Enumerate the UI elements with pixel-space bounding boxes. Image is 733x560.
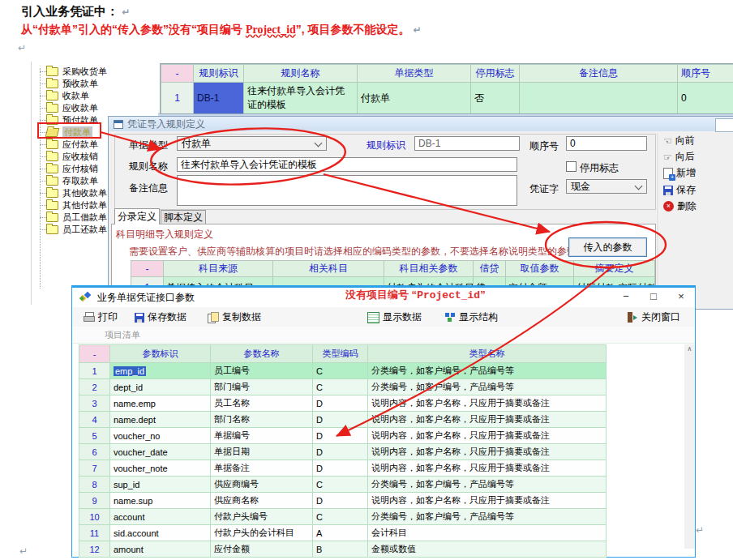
type-name-cell[interactable]: 分类编号，如客户编号，产品编号等 [368, 477, 607, 493]
window-control-partial[interactable] [715, 118, 733, 132]
rule-id-cell[interactable]: DB-1 [194, 83, 244, 114]
forward-button[interactable]: ☜向前 [663, 134, 695, 147]
type-name-cell[interactable]: 分类编号，如客户编号，产品编号等 [368, 379, 607, 395]
type-code-cell[interactable]: D [313, 428, 368, 444]
table-row[interactable]: 4 name.dept 部门名称 D 说明内容，如客户名称，只应用于摘要或备注 [79, 412, 607, 428]
row-number-cell[interactable]: 8 [79, 477, 110, 493]
type-code-cell[interactable]: C [313, 379, 368, 395]
param-id-cell[interactable]: name.emp [110, 395, 211, 412]
row-number-cell[interactable]: 10 [79, 509, 110, 525]
tree-item[interactable]: 预收款单 [32, 78, 160, 90]
type-name-cell[interactable]: 说明内容，如客户名称，只应用于摘要或备注 [368, 460, 607, 477]
param-id-cell[interactable]: amount [110, 541, 211, 558]
type-name-cell[interactable]: 会计科目 [368, 525, 607, 541]
param-name-cell[interactable]: 部门名称 [211, 412, 313, 428]
dialog-titlebar[interactable]: 凭证导入规则定义 [109, 117, 733, 131]
param-name-cell[interactable]: 应付金额 [211, 541, 313, 558]
type-name-cell[interactable]: 分类编号，如客户编号，产品编号等 [368, 509, 607, 525]
tree-item[interactable]: 应收款单 [32, 102, 160, 114]
param-id-cell[interactable]: dept_id [110, 379, 211, 395]
disabled-flag-cell[interactable]: 否 [471, 83, 520, 114]
close-button[interactable]: × [672, 289, 690, 304]
param-name-cell[interactable]: 单据日期 [211, 444, 313, 460]
type-name-cell[interactable]: 说明内容，如客户名称，只应用于摘要或备注 [368, 493, 607, 509]
row-number-cell[interactable]: 4 [79, 412, 110, 428]
save-button[interactable]: 保存 [663, 183, 696, 197]
tab-item-list[interactable]: 项目清单 [105, 330, 140, 340]
table-row[interactable]: 8 sup_id 供应商编号 C 分类编号，如客户编号，产品编号等 [79, 477, 607, 493]
rule-id-field[interactable] [414, 136, 520, 151]
table-row[interactable]: 3 name.emp 员工名称 D 说明内容，如客户名称，只应用于摘要或备注 [79, 395, 607, 412]
table-row[interactable]: 9 name.sup 供应商名称 D 说明内容，如客户名称，只应用于摘要或备注 [79, 493, 607, 509]
close-window-button[interactable]: 关闭窗口 [627, 310, 680, 324]
param-id-cell[interactable]: voucher_note [110, 460, 211, 477]
param-name-cell[interactable]: 供应商编号 [211, 477, 313, 493]
type-code-cell[interactable]: C [313, 477, 368, 493]
type-code-cell[interactable]: B [313, 541, 368, 558]
type-name-cell[interactable]: 说明内容，如客户名称，只应用于摘要或备注 [368, 395, 607, 412]
param-id-cell[interactable]: name.dept [110, 412, 211, 428]
maximize-button[interactable]: □ [645, 289, 662, 304]
row-number-cell[interactable]: 11 [79, 525, 110, 541]
row-number-cell[interactable]: 9 [79, 493, 110, 509]
type-code-cell[interactable]: C [313, 509, 368, 525]
param-id-cell[interactable]: name.sup [110, 493, 211, 509]
doc-type-cell[interactable]: 付款单 [358, 83, 471, 114]
disable-checkbox[interactable] [566, 161, 577, 172]
param-name-cell[interactable]: 员工编号 [211, 363, 313, 379]
table-row[interactable]: 6 voucher_date 单据日期 D 说明内容，如客户名称，只应用于摘要或… [79, 444, 607, 460]
table-row[interactable]: 1 DB-1 往来付款单导入会计凭证的模板 付款单 否 0 [161, 83, 733, 114]
backward-button[interactable]: ☞向后 [663, 150, 695, 164]
param-id-cell[interactable]: sup_id [110, 477, 211, 493]
print-button[interactable]: 打印 [84, 310, 118, 324]
type-code-cell[interactable]: D [313, 444, 368, 460]
note-cell[interactable] [520, 83, 678, 114]
copy-data-button[interactable]: 复制数据 [208, 310, 261, 324]
tab-script-definition[interactable]: 脚本定义 [161, 210, 206, 224]
row-number-cell[interactable]: 2 [79, 379, 110, 395]
show-data-button[interactable]: 显示数据 [367, 310, 422, 324]
param-name-cell[interactable]: 员工名称 [211, 395, 313, 412]
type-name-cell[interactable]: 金额或数值 [368, 541, 607, 558]
type-name-cell[interactable]: 说明内容，如客户名称，只应用于摘要或备注 [368, 412, 607, 428]
save-data-button[interactable]: 保存数据 [135, 310, 186, 324]
type-code-cell[interactable]: A [313, 525, 368, 541]
type-code-cell[interactable]: D [313, 412, 368, 428]
tree-item[interactable]: 采购收货单 [32, 66, 160, 78]
type-code-cell[interactable]: D [313, 460, 368, 477]
param-name-cell[interactable]: 单据编号 [211, 428, 313, 444]
row-number-cell[interactable]: 7 [79, 460, 110, 477]
param-name-cell[interactable]: 付款户头编号 [211, 509, 313, 525]
tab-entry-definition[interactable]: 分录定义 [114, 208, 160, 224]
row-number-cell[interactable]: 3 [79, 395, 110, 412]
type-name-cell[interactable]: 分类编号，如客户编号，产品编号等 [368, 363, 607, 379]
row-number-cell[interactable]: 1 [79, 363, 110, 379]
param-id-cell[interactable]: sid.account [110, 525, 211, 541]
param-id-cell[interactable]: emp_id [110, 363, 211, 379]
row-number-cell[interactable]: 12 [79, 541, 110, 558]
order-field[interactable] [566, 136, 647, 151]
type-code-cell[interactable]: D [313, 395, 368, 412]
order-cell[interactable]: 0 [678, 83, 733, 114]
param-name-cell[interactable]: 付款户头的会计科目 [211, 525, 313, 541]
delete-button[interactable]: ×删除 [663, 199, 697, 213]
param-name-cell[interactable]: 供应商名称 [211, 493, 313, 509]
voucher-word-combobox[interactable]: 现金 [566, 179, 647, 194]
table-row[interactable]: 12 amount 应付金额 B 金额或数值 [79, 541, 607, 558]
show-structure-button[interactable]: 显示结构 [444, 310, 498, 324]
type-name-cell[interactable]: 说明内容，如客户名称，只应用于摘要或备注 [368, 444, 607, 460]
table-row[interactable]: 7 voucher_note 单据备注 D 说明内容，如客户名称，只应用于摘要或… [79, 460, 607, 477]
param-id-cell[interactable]: account [110, 509, 211, 525]
minimize-button[interactable]: − [617, 289, 635, 304]
vertical-scrollbar[interactable]: ∧ [684, 344, 695, 549]
param-name-cell[interactable]: 部门编号 [211, 379, 313, 395]
type-name-cell[interactable]: 说明内容，如客户名称，只应用于摘要或备注 [368, 428, 607, 444]
rule-name-field[interactable] [177, 157, 517, 172]
param-id-cell[interactable]: voucher_date [110, 444, 211, 460]
table-row[interactable]: 10 account 付款户头编号 C 分类编号，如客户编号，产品编号等 [79, 509, 607, 525]
add-button[interactable]: 新增 [663, 166, 696, 180]
doc-type-combobox[interactable]: 付款单 [177, 136, 327, 151]
table-row[interactable]: 2 dept_id 部门编号 C 分类编号，如客户编号，产品编号等 [79, 379, 607, 395]
note-field[interactable] [177, 175, 517, 206]
type-code-cell[interactable]: C [313, 363, 368, 379]
